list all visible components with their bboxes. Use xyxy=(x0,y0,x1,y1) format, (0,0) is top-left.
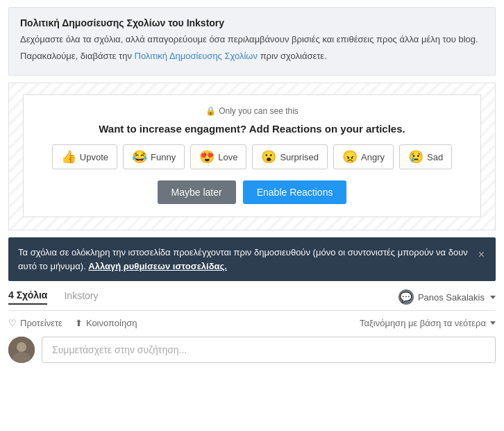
reactions-title: Want to increase engagment? Add Reaction… xyxy=(37,123,467,135)
action-links: ♡ Προτείνετε ⬆ Κοινοποίηση xyxy=(8,318,137,328)
notice-close-button[interactable]: × xyxy=(478,246,485,263)
sort-label-text: Ταξινόμηση με βάση τα νεότερα xyxy=(360,318,486,328)
user-dropdown-chevron-icon xyxy=(490,296,496,299)
reaction-btn-sad: 😢 Sad xyxy=(399,144,452,169)
policy-text-after: πριν σχολιάσετε. xyxy=(258,51,327,61)
share-action[interactable]: ⬆ Κοινοποίηση xyxy=(75,318,137,328)
policy-text-before: Παρακαλούμε, διαβάστε την xyxy=(20,51,135,61)
sad-emoji: 😢 xyxy=(408,149,423,164)
comment-input-row: Συμμετάσχετε στην συζήτηση... xyxy=(8,337,496,363)
surprised-label: Surprised xyxy=(280,152,319,162)
reactions-lock-label: 🔒 Only you can see this xyxy=(37,106,467,116)
comments-tabs: 4 Σχόλια Inkstory xyxy=(8,289,98,305)
reactions-inner: 🔒 Only you can see this Want to increase… xyxy=(23,94,481,217)
comments-actions: ♡ Προτείνετε ⬆ Κοινοποίηση Ταξινόμηση με… xyxy=(8,318,496,328)
love-emoji: 😍 xyxy=(199,149,215,164)
notice-settings-link[interactable]: Αλλαγή ρυθμίσεων ιστοσελίδας. xyxy=(88,261,227,271)
tab-inkstory[interactable]: Inkstory xyxy=(64,290,98,304)
reaction-btn-angry: 😠 Angry xyxy=(333,144,394,169)
notice-bar: Τα σχόλια σε ολόκληρη την ιστοσελίδα προ… xyxy=(8,237,496,281)
angry-emoji: 😠 xyxy=(342,149,358,164)
policy-text-2: Παρακαλούμε, διαβάστε την Πολιτική Δημοσ… xyxy=(20,49,484,63)
reaction-btn-upvote: 👍 Upvote xyxy=(52,144,117,169)
sort-dropdown[interactable]: Ταξινόμηση με βάση τα νεότερα xyxy=(360,318,496,328)
svg-rect-3 xyxy=(8,337,35,363)
upvote-label: Upvote xyxy=(80,152,108,162)
funny-emoji: 😂 xyxy=(132,149,147,164)
policy-box: Πολιτική Δημοσίευσης Σχολίων του Inkstor… xyxy=(8,7,496,76)
sort-chevron-icon xyxy=(490,321,496,325)
share-icon: ⬆ xyxy=(75,318,83,328)
avatar-image xyxy=(8,337,35,363)
policy-title: Πολιτική Δημοσίευσης Σχολίων του Inkstor… xyxy=(20,17,484,28)
comments-user[interactable]: 💬 Panos Sakalakis xyxy=(398,289,496,305)
enable-reactions-button[interactable]: Enable Reactions xyxy=(243,180,347,204)
policy-link[interactable]: Πολιτική Δημοσίευσης Σχολίων xyxy=(135,51,258,61)
love-label: Love xyxy=(218,152,237,162)
comments-header: 4 Σχόλια Inkstory 💬 Panos Sakalakis xyxy=(8,289,496,311)
reaction-btn-surprised: 😮 Surprised xyxy=(252,144,328,169)
reactions-buttons-row: 👍 Upvote 😂 Funny 😍 Love 😮 Surprised 😠 An… xyxy=(37,144,467,169)
comments-section: 4 Σχόλια Inkstory 💬 Panos Sakalakis ♡ Πρ… xyxy=(8,289,496,363)
lock-icon: 🔒 xyxy=(205,106,216,116)
surprised-emoji: 😮 xyxy=(261,149,276,164)
commenter-avatar xyxy=(8,337,35,363)
reaction-btn-love: 😍 Love xyxy=(190,144,246,169)
share-label: Κοινοποίηση xyxy=(86,318,137,328)
policy-text-1: Δεχόμαστε όλα τα σχόλια, αλλά απαγορεύου… xyxy=(20,33,484,47)
reactions-widget: 🔒 Only you can see this Want to increase… xyxy=(8,83,496,230)
recommend-action[interactable]: ♡ Προτείνετε xyxy=(8,318,62,328)
notice-bar-text: Τα σχόλια σε ολόκληρη την ιστοσελίδα προ… xyxy=(18,246,471,273)
comment-input[interactable]: Συμμετάσχετε στην συζήτηση... xyxy=(42,337,496,363)
recommend-label: Προτείνετε xyxy=(20,318,62,328)
tab-comments-count[interactable]: 4 Σχόλια xyxy=(8,289,47,305)
action-buttons-row: Maybe later Enable Reactions xyxy=(37,180,467,204)
maybe-later-button[interactable]: Maybe later xyxy=(158,180,236,204)
funny-label: Funny xyxy=(151,152,176,162)
user-name: Panos Sakalakis xyxy=(418,292,485,303)
angry-label: Angry xyxy=(361,152,385,162)
sad-label: Sad xyxy=(427,152,443,162)
reaction-btn-funny: 😂 Funny xyxy=(123,144,185,169)
upvote-emoji: 👍 xyxy=(61,149,76,164)
user-avatar: 💬 xyxy=(398,289,414,305)
heart-icon: ♡ xyxy=(8,318,17,328)
notice-text-bold: Τα σχόλια σε ολόκληρη την ιστοσελίδα προ… xyxy=(18,247,468,271)
